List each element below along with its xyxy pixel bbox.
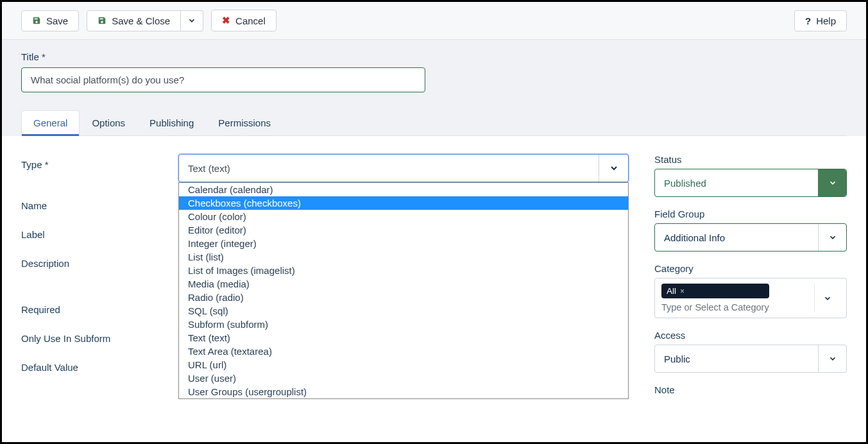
row-type: Type * Text (text) Calendar (calendar)Ch… — [21, 154, 629, 182]
header: Title * General Options Publishing Permi… — [2, 40, 866, 136]
name-label: Name — [21, 195, 178, 211]
access-section: Access Public — [654, 330, 847, 373]
save-dropdown-button[interactable] — [181, 10, 203, 31]
save-icon — [32, 16, 41, 25]
chevron-down-icon — [818, 345, 846, 372]
fieldgroup-label: Field Group — [654, 209, 847, 219]
save-close-label: Save & Close — [112, 15, 170, 26]
note-label: Note — [654, 384, 847, 395]
type-option[interactable]: Integer (integer) — [179, 237, 628, 250]
access-select[interactable]: Public — [654, 345, 847, 373]
type-option[interactable]: URL (url) — [179, 358, 628, 371]
title-label: Title * — [21, 51, 847, 62]
fieldgroup-section: Field Group Additional Info — [654, 209, 847, 252]
note-section: Note — [654, 384, 847, 395]
status-value: Published — [655, 178, 818, 189]
category-placeholder: Type or Select a Category — [661, 302, 769, 312]
category-section: Category All× Type or Select a Category — [654, 263, 847, 318]
fieldgroup-value: Additional Info — [655, 232, 818, 243]
access-label: Access — [654, 330, 847, 341]
type-label: Type * — [21, 154, 178, 170]
type-option[interactable]: List of Images (imagelist) — [179, 264, 628, 277]
type-option[interactable]: List (list) — [179, 250, 628, 264]
tab-general[interactable]: General — [21, 110, 80, 135]
status-select[interactable]: Published — [654, 169, 847, 197]
cancel-label: Cancel — [235, 15, 266, 26]
tab-publishing[interactable]: Publishing — [137, 110, 206, 135]
save-label: Save — [46, 15, 68, 26]
access-value: Public — [655, 354, 818, 364]
type-option[interactable]: Text Area (textarea) — [179, 345, 628, 358]
chevron-down-icon — [187, 16, 196, 25]
save-close-group: Save & Close — [87, 10, 203, 31]
help-icon: ? — [805, 15, 811, 26]
save-button[interactable]: Save — [21, 10, 79, 31]
chevron-down-icon — [818, 224, 846, 251]
form-left: Type * Text (text) Calendar (calendar)Ch… — [21, 154, 629, 439]
status-label: Status — [654, 154, 847, 165]
help-button[interactable]: ? Help — [794, 10, 847, 31]
type-option[interactable]: Checkboxes (checkboxes) — [179, 196, 628, 210]
category-select[interactable]: All× Type or Select a Category — [654, 278, 847, 318]
title-input[interactable] — [21, 67, 425, 92]
type-option[interactable]: Editor (editor) — [179, 223, 628, 237]
tabs: General Options Publishing Permissions — [21, 110, 847, 136]
required-label: Required — [21, 299, 178, 315]
status-section: Status Published — [654, 154, 847, 197]
fieldgroup-select[interactable]: Additional Info — [654, 223, 847, 252]
type-dropdown[interactable]: Calendar (calendar)Checkboxes (checkboxe… — [178, 182, 629, 399]
toolbar: Save Save & Close ✖ Cancel ? Help — [2, 2, 866, 40]
chevron-down-icon — [814, 284, 840, 312]
description-label: Description — [21, 253, 178, 269]
help-label: Help — [816, 15, 836, 26]
type-option[interactable]: SQL (sql) — [179, 304, 628, 318]
cancel-button[interactable]: ✖ Cancel — [211, 10, 277, 31]
type-select[interactable]: Text (text) — [178, 154, 629, 182]
close-icon[interactable]: × — [680, 287, 685, 296]
tab-permissions[interactable]: Permissions — [206, 110, 283, 135]
type-option[interactable]: Colour (color) — [179, 210, 628, 223]
cancel-icon: ✖ — [222, 15, 230, 26]
default-label: Default Value — [21, 357, 178, 373]
type-option[interactable]: Text (text) — [179, 331, 628, 345]
content: Type * Text (text) Calendar (calendar)Ch… — [2, 136, 866, 444]
type-option[interactable]: Subform (subform) — [179, 318, 628, 331]
type-option[interactable]: Media (media) — [179, 277, 628, 291]
category-tag[interactable]: All× — [661, 284, 769, 298]
type-option[interactable]: Radio (radio) — [179, 291, 628, 304]
type-selected: Text (text) — [179, 163, 239, 174]
subform-label: Only Use In Subform — [21, 328, 178, 344]
save-icon — [98, 16, 106, 25]
category-label: Category — [654, 263, 847, 274]
type-option[interactable]: User Groups (usergrouplist) — [179, 385, 628, 398]
save-close-button[interactable]: Save & Close — [87, 10, 181, 31]
type-option[interactable]: User (user) — [179, 371, 628, 385]
chevron-down-icon — [599, 155, 628, 182]
form-right: Status Published Field Group Additional … — [654, 154, 847, 439]
label-label: Label — [21, 224, 178, 240]
chevron-down-icon — [818, 169, 846, 196]
type-option[interactable]: Calendar (calendar) — [179, 183, 628, 196]
tab-options[interactable]: Options — [80, 110, 137, 135]
